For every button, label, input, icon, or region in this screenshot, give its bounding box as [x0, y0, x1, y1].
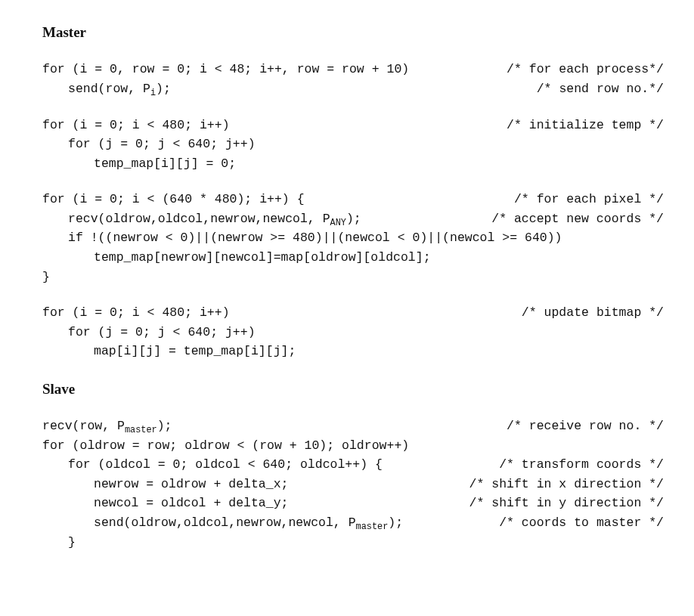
code-comment: /* for each process*/	[494, 60, 664, 79]
code-comment: /* for each pixel */	[502, 190, 664, 209]
heading-slave: Slave	[42, 378, 664, 400]
code-line: for (oldcol = 0; oldcol < 640; oldcol++)…	[42, 455, 383, 475]
code-line: map[i][j] = temp_map[i][j];	[42, 342, 296, 361]
code-comment: /* shift in y direction */	[457, 494, 664, 513]
code-comment: /* coords to master */	[487, 513, 664, 533]
code-line: for (oldrow = row; oldrow < (row + 10); …	[42, 436, 409, 456]
master-block-2: for (i = 0; i < 480; i++) /* initialize …	[42, 116, 664, 174]
code-line: newcol = oldcol + delta_y;	[42, 494, 288, 513]
code-line: }	[42, 533, 76, 553]
code-comment: /* update bitmap */	[510, 303, 664, 323]
code-line: for (j = 0; j < 640; j++)	[42, 323, 256, 342]
code-line: newrow = oldrow + delta_x;	[42, 475, 288, 494]
code-comment: /* send row no.*/	[525, 79, 664, 99]
code-line: for (i = 0, row = 0; i < 48; i++, row = …	[42, 60, 409, 79]
code-line: temp_map[newrow][newcol]=map[oldrow][old…	[42, 248, 431, 268]
master-block-3: for (i = 0; i < (640 * 480); i++) { /* f…	[42, 190, 664, 286]
master-block-1: for (i = 0, row = 0; i < 48; i++, row = …	[42, 60, 664, 98]
code-comment: /* transform coords */	[487, 455, 664, 475]
code-comment: /* shift in x direction */	[457, 475, 664, 494]
code-line: send(oldrow,oldcol,newrow,newcol, Pmaste…	[42, 513, 403, 533]
code-line: for (i = 0; i < (640 * 480); i++) {	[42, 190, 305, 209]
code-comment: /* accept new coords */	[479, 209, 664, 229]
code-line: for (j = 0; j < 640; j++)	[42, 135, 256, 154]
code-comment: /* receive row no. */	[494, 416, 664, 436]
code-line: if !((newrow < 0)||(newrow >= 480)||(new…	[42, 228, 562, 248]
code-line: recv(oldrow,oldcol,newrow,newcol, PANY);	[42, 209, 361, 229]
code-line: temp_map[i][j] = 0;	[42, 154, 236, 174]
slave-block-1: recv(row, Pmaster); /* receive row no. *…	[42, 416, 664, 552]
code-line: for (i = 0; i < 480; i++)	[42, 116, 230, 135]
heading-master: Master	[42, 21, 664, 43]
code-line: }	[42, 268, 50, 287]
code-line: for (i = 0; i < 480; i++)	[42, 303, 230, 323]
code-line: recv(row, Pmaster);	[42, 416, 172, 436]
master-block-4: for (i = 0; i < 480; i++) /* update bitm…	[42, 303, 664, 361]
code-line: send(row, Pi);	[42, 79, 171, 99]
code-comment: /* initialize temp */	[494, 116, 664, 135]
